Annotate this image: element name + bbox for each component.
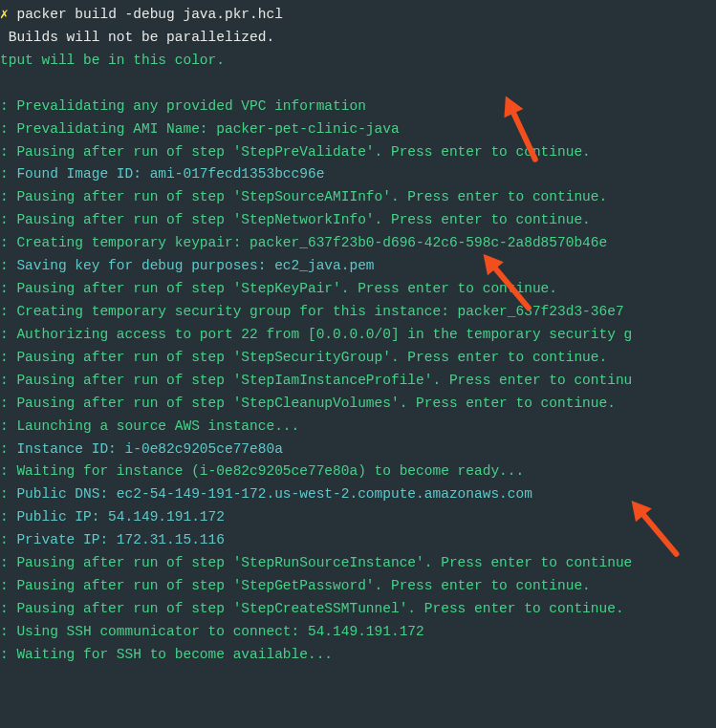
output-line: : Found Image ID: ami-017fecd1353bcc96e bbox=[0, 163, 716, 186]
line-text: tput will be in this color. bbox=[0, 53, 225, 68]
line-text: Instance ID: i-0e82c9205ce77e80a bbox=[16, 441, 282, 457]
command-line[interactable]: ✗ packer build -debug java.pkr.hcl bbox=[0, 4, 716, 27]
line-text: Public IP: 54.149.191.172 bbox=[16, 509, 225, 525]
output-line: : Pausing after run of step 'StepCreateS… bbox=[0, 598, 716, 621]
line-text: Creating temporary security group for th… bbox=[16, 304, 623, 319]
line-text: Pausing after run of step 'StepCleanupVo… bbox=[16, 396, 616, 411]
output-line: : Pausing after run of step 'StepGetPass… bbox=[0, 575, 716, 598]
output-line: : Creating temporary keypair: packer_637… bbox=[0, 232, 716, 255]
prompt-symbol: ✗ bbox=[0, 7, 9, 22]
line-prefix: : bbox=[0, 441, 16, 457]
line-text: Private IP: 172.31.15.116 bbox=[16, 532, 225, 547]
line-text: Creating temporary keypair: packer_637f2… bbox=[16, 235, 607, 250]
line-prefix: : bbox=[0, 235, 16, 250]
output-line: : Prevalidating any provided VPC informa… bbox=[0, 96, 716, 118]
output-line: : Public IP: 54.149.191.172 bbox=[0, 506, 716, 529]
line-prefix: : bbox=[0, 509, 16, 525]
line-prefix: : bbox=[0, 373, 16, 388]
line-text: Prevalidating AMI Name: packer-pet-clini… bbox=[16, 121, 399, 137]
line-text: Waiting for instance (i-0e82c9205ce77e80… bbox=[16, 463, 524, 479]
line-prefix: : bbox=[0, 555, 16, 570]
output-line: : Pausing after run of step 'StepIamInst… bbox=[0, 370, 716, 393]
line-prefix: : bbox=[0, 144, 16, 160]
output-line: Builds will not be parallelized. bbox=[0, 27, 716, 50]
output-line: : Pausing after run of step 'StepNetwork… bbox=[0, 209, 716, 232]
line-prefix: : bbox=[0, 327, 16, 342]
output-line: : Waiting for SSH to become available... bbox=[0, 644, 716, 667]
output-line: : Waiting for instance (i-0e82c9205ce77e… bbox=[0, 460, 716, 483]
output-line: : Pausing after run of step 'StepPreVali… bbox=[0, 141, 716, 164]
output-line: : Prevalidating AMI Name: packer-pet-cli… bbox=[0, 118, 716, 141]
output-line: : Creating temporary security group for … bbox=[0, 301, 716, 324]
line-text: Pausing after run of step 'StepGetPasswo… bbox=[16, 578, 590, 593]
output-line: : Saving key for debug purposes: ec2_jav… bbox=[0, 255, 716, 278]
output-line: : Launching a source AWS instance... bbox=[0, 416, 716, 439]
output-line: : Using SSH communicator to connect: 54.… bbox=[0, 621, 716, 644]
output-line: : Instance ID: i-0e82c9205ce77e80a bbox=[0, 439, 716, 461]
line-prefix: : bbox=[0, 578, 16, 593]
output-line: : Pausing after run of step 'StepRunSour… bbox=[0, 552, 716, 575]
line-text: Builds will not be parallelized. bbox=[0, 30, 274, 45]
line-prefix: : bbox=[0, 121, 16, 137]
line-prefix: : bbox=[0, 647, 16, 662]
line-text: Waiting for SSH to become available... bbox=[16, 647, 333, 662]
output-line: : Private IP: 172.31.15.116 bbox=[0, 529, 716, 552]
line-prefix: : bbox=[0, 396, 16, 411]
line-prefix: : bbox=[0, 281, 16, 296]
line-prefix: : bbox=[0, 624, 16, 639]
output-line: : Pausing after run of step 'StepSecurit… bbox=[0, 347, 716, 370]
line-prefix: : bbox=[0, 418, 16, 434]
line-text: Public DNS: ec2-54-149-191-172.us-west-2… bbox=[16, 486, 532, 502]
line-text: Pausing after run of step 'StepSourceAMI… bbox=[16, 189, 607, 204]
line-text: Pausing after run of step 'StepNetworkIn… bbox=[16, 212, 590, 227]
line-text: Pausing after run of step 'StepPreValida… bbox=[16, 144, 590, 160]
line-text: Pausing after run of step 'StepCreateSSM… bbox=[16, 601, 623, 616]
line-prefix: : bbox=[0, 304, 16, 319]
output-line: : Public DNS: ec2-54-149-191-172.us-west… bbox=[0, 483, 716, 506]
line-prefix: : bbox=[0, 189, 16, 204]
line-prefix: : bbox=[0, 212, 16, 227]
output-line: : Authorizing access to port 22 from [0.… bbox=[0, 324, 716, 347]
line-text: Launching a source AWS instance... bbox=[16, 418, 299, 434]
line-text: Prevalidating any provided VPC informati… bbox=[16, 98, 365, 114]
line-prefix: : bbox=[0, 350, 16, 365]
line-prefix: : bbox=[0, 601, 16, 616]
line-text: Pausing after run of step 'StepKeyPair'.… bbox=[16, 281, 557, 296]
output-line: tput will be in this color. bbox=[0, 50, 716, 73]
line-text: Pausing after run of step 'StepIamInstan… bbox=[16, 373, 632, 388]
command-text: packer build -debug java.pkr.hcl bbox=[9, 7, 283, 22]
terminal-output: ✗ packer build -debug java.pkr.hcl Build… bbox=[0, 4, 716, 667]
line-prefix: : bbox=[0, 166, 16, 182]
output-line: : Pausing after run of step 'StepSourceA… bbox=[0, 186, 716, 209]
line-text: Pausing after run of step 'StepRunSource… bbox=[16, 555, 632, 570]
line-text: Pausing after run of step 'StepSecurityG… bbox=[16, 350, 607, 365]
line-text: Using SSH communicator to connect: 54.14… bbox=[16, 624, 423, 639]
output-line: : Pausing after run of step 'StepKeyPair… bbox=[0, 278, 716, 301]
line-prefix: : bbox=[0, 486, 16, 502]
output-line: : Pausing after run of step 'StepCleanup… bbox=[0, 393, 716, 416]
line-prefix: : bbox=[0, 258, 16, 273]
line-text: Authorizing access to port 22 from [0.0.… bbox=[16, 327, 632, 342]
line-text: Found Image ID: ami-017fecd1353bcc96e bbox=[16, 166, 324, 182]
line-text: Saving key for debug purposes: ec2_java.… bbox=[16, 258, 374, 273]
line-prefix: : bbox=[0, 98, 16, 114]
line-prefix: : bbox=[0, 532, 16, 547]
line-prefix: : bbox=[0, 463, 16, 479]
output-line bbox=[0, 73, 716, 96]
